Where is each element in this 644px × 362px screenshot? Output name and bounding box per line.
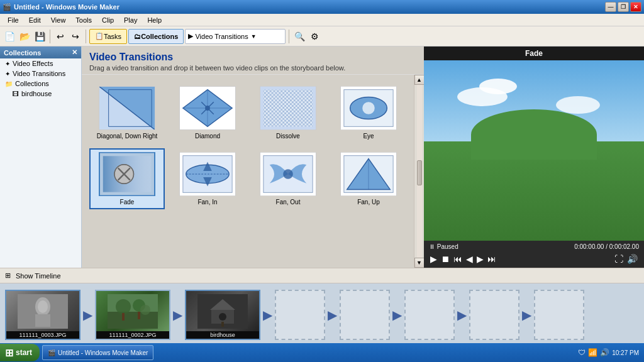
transition-diagonal-down-right[interactable]: Diagonal, Down Right (89, 82, 165, 143)
transition-fan-up[interactable]: Fan, Up (331, 148, 406, 209)
menu-tools[interactable]: Tools (70, 15, 97, 25)
sidebar-item-video-transitions[interactable]: ✦ Video Transitions (0, 69, 81, 79)
storyboard-arrow-3: ▶ (263, 307, 272, 322)
preview-panel: Fade ⏸ Paused 0:00:00.00 / 0:00:02.00 ▶ … (424, 47, 644, 268)
transition-dissolve[interactable]: Dissolve (250, 82, 326, 143)
sidebar-title: Collections (4, 49, 41, 57)
tray-icon-network[interactable]: 📶 (588, 348, 597, 357)
show-timeline-label[interactable]: Show Timeline (16, 272, 61, 280)
menu-file[interactable]: File (3, 15, 24, 25)
transition-label-fan-out: Fan, Out (276, 199, 301, 206)
collections-folder-icon: 📁 (5, 80, 13, 87)
tray-icon-volume[interactable]: 🔊 (600, 348, 609, 357)
sidebar-item-collections[interactable]: 📁 Collections (0, 79, 81, 89)
transitions-dropdown[interactable]: ▶ Video Transitions ▼ (185, 29, 286, 44)
next-frame-button[interactable]: ▶ (475, 253, 485, 265)
minimize-button[interactable]: — (605, 2, 616, 12)
search-button[interactable]: 🔍 (292, 30, 306, 43)
volume-button[interactable]: 🔊 (626, 253, 639, 265)
menu-edit[interactable]: Edit (24, 15, 46, 25)
svg-rect-54 (138, 312, 140, 319)
start-button[interactable]: ⊞ start (0, 344, 40, 361)
storyboard-empty-2 (340, 290, 390, 340)
storyboard-arrow-1: ▶ (83, 307, 92, 322)
stop-button[interactable]: ⏹ (440, 253, 451, 265)
preview-buttons: ▶ ⏹ ⏮ ◀ ▶ ⏭ ⛶ 🔊 (429, 253, 639, 265)
transition-eye[interactable]: Eye (331, 82, 406, 143)
titlebar-left: 🎬 Untitled - Windows Movie Maker (3, 3, 119, 11)
scroll-down-button[interactable]: ▼ (414, 258, 425, 268)
menu-help[interactable]: Help (142, 15, 167, 25)
scroll-track[interactable] (417, 85, 422, 258)
tray-icon-security[interactable]: 🛡 (578, 348, 586, 357)
fullscreen-button[interactable]: ⛶ (613, 253, 625, 265)
transition-label-fan-in: Fan, In (197, 199, 217, 206)
svg-point-38 (283, 169, 293, 179)
transition-thumb-eye (340, 86, 397, 130)
transition-diamond[interactable]: Diamond (170, 82, 245, 143)
close-button[interactable]: ✕ (630, 2, 641, 12)
tasks-label: Tasks (104, 33, 121, 40)
storyboard-arrow-7: ▶ (522, 307, 531, 322)
storyboard-clip-2[interactable]: 111111_0002.JPG (95, 290, 170, 340)
menu-view[interactable]: View (46, 15, 71, 25)
storyboard-clip-1[interactable]: 111111_0003.JPG (5, 290, 80, 340)
play-pause-button[interactable]: ▶ (429, 253, 438, 265)
content-area: Video Transitions Drag a video transitio… (82, 47, 424, 268)
sidebar-collections-label: Collections (15, 80, 49, 87)
scroll-handle[interactable] (417, 160, 422, 185)
storyboard-clip-3[interactable]: birdhouse (185, 290, 260, 340)
sidebar-item-video-effects[interactable]: ✦ Video Effects (0, 58, 81, 69)
storyboard-toolbar: ⊞ Show Timeline (0, 268, 644, 283)
collections-label: Collections (141, 33, 178, 40)
collections-button[interactable]: 🗂 Collections (128, 29, 184, 44)
app-icon: 🎬 (3, 3, 11, 11)
content-title: Video Transitions (89, 52, 416, 63)
svg-rect-14 (264, 90, 313, 127)
transition-label-dissolve: Dissolve (276, 133, 300, 140)
transition-thumb-diagonal (99, 86, 155, 130)
transition-thumb-fan-up (340, 152, 397, 196)
preview-time: 0:00:00.00 / 0:00:02.00 (574, 243, 639, 250)
storyboard-empty-5 (534, 290, 584, 340)
video-effects-icon: ✦ (5, 60, 10, 67)
sidebar-close-button[interactable]: ✕ (72, 48, 77, 57)
undo-button[interactable]: ↩ (53, 30, 67, 43)
maximize-button[interactable]: ❐ (618, 2, 629, 12)
redo-button[interactable]: ↪ (69, 30, 82, 43)
fast-forward-button[interactable]: ⏭ (486, 253, 497, 265)
rewind-button[interactable]: ⏮ (452, 253, 464, 265)
save-button[interactable]: 💾 (33, 30, 47, 43)
options-button[interactable]: ⚙ (308, 30, 321, 43)
menu-clip[interactable]: Clip (97, 15, 119, 25)
transition-label-diamond: Diamond (195, 133, 220, 140)
transition-fan-in[interactable]: Fan, In (170, 148, 245, 209)
bliss-image (424, 60, 644, 241)
prev-frame-button[interactable]: ◀ (465, 253, 474, 265)
transition-fade[interactable]: Fade (89, 148, 165, 209)
new-project-button[interactable]: 📄 (3, 30, 16, 43)
taskbar-movie-maker[interactable]: 🎬 Untitled - Windows Movie Maker (42, 345, 153, 360)
storyboard-toolbar-icon: ⊞ (5, 272, 11, 280)
toolbar-separator-3 (289, 30, 289, 43)
open-button[interactable]: 📂 (18, 30, 31, 43)
clip-image-garden (96, 291, 169, 331)
transitions-icon: ▶ (188, 32, 193, 40)
storyboard-empty-3 (404, 290, 455, 340)
transition-fan-out[interactable]: Fan, Out (250, 148, 326, 209)
preview-controls: ⏸ Paused 0:00:00.00 / 0:00:02.00 ▶ ⏹ ⏮ ◀… (424, 241, 644, 268)
scrollbar[interactable]: ▲ ▼ (414, 75, 424, 268)
menu-play[interactable]: Play (119, 15, 142, 25)
transitions-grid: Diagonal, Down Right (87, 80, 409, 212)
sidebar-item-birdhouse[interactable]: 🎞 birdhouse (0, 89, 81, 99)
preview-title: Fade (424, 47, 644, 60)
storyboard-arrow-6: ▶ (457, 307, 467, 322)
toolbar-separator-1 (50, 30, 50, 43)
menubar: File Edit View Tools Clip Play Help (0, 14, 644, 26)
storyboard-arrow-2: ▶ (173, 307, 182, 322)
tasks-button[interactable]: 📋 Tasks (89, 29, 127, 44)
transition-thumb-dissolve (260, 86, 316, 130)
clip-image-statue (6, 291, 79, 331)
scroll-up-button[interactable]: ▲ (414, 75, 425, 85)
taskbar-tray: 🛡 📶 🔊 10:27 PM (573, 348, 644, 357)
